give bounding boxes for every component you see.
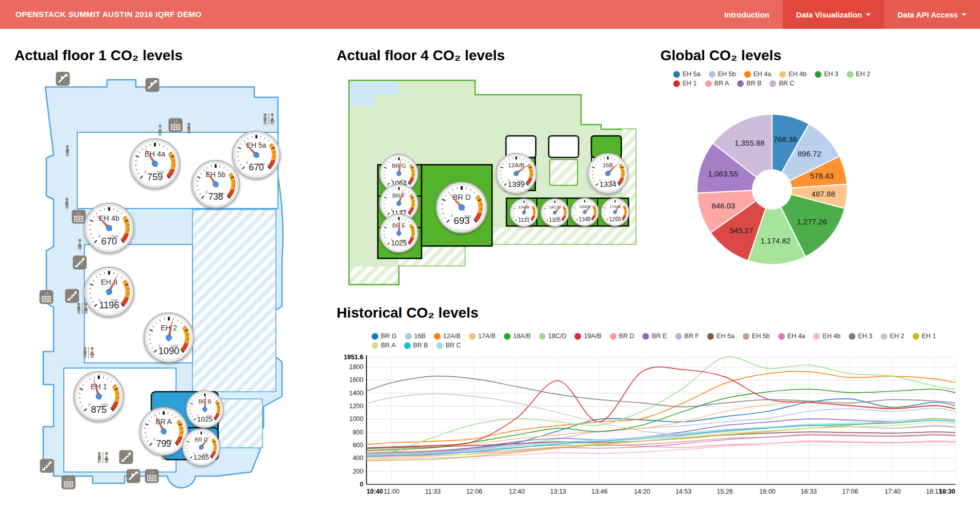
legend-item-br-d[interactable]: BR D xyxy=(610,333,635,340)
y-axis-max-label: 1951.6 xyxy=(344,354,363,361)
legend-item-br-g[interactable]: BR G xyxy=(372,333,397,340)
legend-label: EH 4b xyxy=(822,333,841,340)
legend-item-eh-3[interactable]: EH 3 xyxy=(815,71,838,78)
legend-chip xyxy=(707,333,714,340)
nav-item-data-api-access[interactable]: Data API Access xyxy=(884,0,980,29)
legend-item-eh-4b[interactable]: EH 4b xyxy=(813,333,841,340)
x-axis-label: 10:40 xyxy=(366,488,383,495)
legend-label: BR B xyxy=(413,342,428,349)
nav-item-label: Data Visualization xyxy=(796,10,862,19)
svg-text:0: 0 xyxy=(88,403,90,407)
legend-item-eh-5a[interactable]: EH 5a xyxy=(707,333,734,340)
legend-item-br-c[interactable]: BR C xyxy=(769,80,794,87)
legend-label: BR C xyxy=(446,342,461,349)
legend-item-eh-4a[interactable]: EH 4a xyxy=(744,71,772,78)
x-axis-label: 12:06 xyxy=(466,488,482,495)
svg-text:↓↑: ↓↑ xyxy=(44,291,49,296)
legend-item-19a-b[interactable]: 19A/B xyxy=(574,333,601,340)
pie-slice-value: 846.03 xyxy=(711,201,735,210)
gauge-eh-1: 02000EH 1875 xyxy=(74,372,124,421)
legend-chip xyxy=(673,80,680,87)
svg-text:759: 759 xyxy=(147,171,163,182)
legend-chip xyxy=(404,342,411,349)
legend-item-eh-5b[interactable]: EH 5b xyxy=(709,71,736,78)
legend-chip xyxy=(881,333,887,340)
legend-item-eh-2[interactable]: EH 2 xyxy=(881,333,904,340)
svg-text:1025: 1025 xyxy=(197,415,213,423)
floor1-title: Actual floor 1 CO₂ levels xyxy=(14,47,183,64)
gauge-hub xyxy=(203,407,207,411)
svg-text:693: 693 xyxy=(453,215,469,226)
legend-item-17a-b[interactable]: 17A/B xyxy=(469,333,496,340)
legend-item-br-e[interactable]: BR E xyxy=(642,333,667,340)
gauge-hub xyxy=(397,231,401,236)
legend-label: EH 2 xyxy=(856,71,870,78)
svg-text:BR C: BR C xyxy=(195,436,208,443)
svg-text:BR G: BR G xyxy=(392,163,406,169)
legend-chip xyxy=(744,71,751,78)
page: OPENSTACK SUMMIT AUSTIN 2016 IQRF DEMO I… xyxy=(0,0,980,507)
x-axis-label: 18:30 xyxy=(939,488,955,495)
legend-item-br-b[interactable]: BR B xyxy=(404,342,428,349)
nav-item-data-visualization[interactable]: Data Visualization xyxy=(783,0,884,29)
gauge-br-c: 02000BR C1265 xyxy=(183,429,220,466)
legend-label: BR D xyxy=(619,333,635,340)
floor4-room xyxy=(549,136,579,158)
y-axis-label: 400 xyxy=(353,454,363,462)
y-axis-label: 600 xyxy=(353,442,363,449)
x-axis-label: 13:13 xyxy=(550,488,566,495)
legend-chip xyxy=(769,80,776,87)
legend-item-br-a[interactable]: BR A xyxy=(705,80,729,87)
x-axis-label: 14:20 xyxy=(634,488,650,495)
legend-item-eh-5b[interactable]: EH 5b xyxy=(743,333,770,340)
floor1-hatched-area xyxy=(192,209,276,392)
legend-item-br-a[interactable]: BR A xyxy=(372,342,396,349)
pie-slice-value: 768.38 xyxy=(773,135,797,144)
legend-item-eh-2[interactable]: EH 2 xyxy=(847,71,870,78)
svg-text:0: 0 xyxy=(205,190,207,195)
pie-slice-value: 945.27 xyxy=(729,226,753,235)
legend-chip xyxy=(434,333,441,340)
x-axis-label: 11:00 xyxy=(384,488,399,495)
legend-chip xyxy=(610,333,617,340)
legend-label: EH 4b xyxy=(789,71,807,78)
legend-item-eh-4a[interactable]: EH 4a xyxy=(778,333,806,340)
legend-item-18a-b[interactable]: 18A/B xyxy=(504,333,531,340)
nav-item-introduction[interactable]: Introduction xyxy=(711,0,782,29)
legend-item-eh-1[interactable]: EH 1 xyxy=(673,80,697,87)
pie-legend: EH 5aEH 5bEH 4aEH 4bEH 3EH 2EH 1BR ABR B… xyxy=(673,71,879,89)
svg-text:BR A: BR A xyxy=(155,418,172,426)
historical-legend: BR G16B12A/B17A/B18A/B18C/D19A/BBR DBR E… xyxy=(372,333,974,351)
gauge-br-a: 02000BR A799 xyxy=(140,408,187,455)
floor4-hatched-area xyxy=(350,267,398,284)
pie-slice-value: 1,277.26 xyxy=(797,217,827,226)
svg-text:0: 0 xyxy=(153,437,155,442)
legend-item-16b[interactable]: 16B xyxy=(405,333,426,340)
gauge-17a-b: 0200017A/B1256 xyxy=(601,198,629,226)
historical-title: Historical CO₂ levels xyxy=(337,305,478,321)
floor1-hatched-area xyxy=(218,399,262,448)
legend-item-br-b[interactable]: BR B xyxy=(737,80,761,87)
gauge-18a-b: 0200018A/B1348 xyxy=(571,198,599,226)
stairs-icon xyxy=(40,459,54,473)
y-axis-label: 1800 xyxy=(349,363,363,371)
legend-label: BR F xyxy=(685,333,699,340)
legend-chip xyxy=(539,333,546,340)
navbar: OPENSTACK SUMMIT AUSTIN 2016 IQRF DEMO I… xyxy=(0,0,980,29)
legend-item-eh-4b[interactable]: EH 4b xyxy=(779,71,807,78)
legend-item-br-f[interactable]: BR F xyxy=(675,333,699,340)
legend-item-eh-3[interactable]: EH 3 xyxy=(849,333,872,340)
legend-item-12a-b[interactable]: 12A/B xyxy=(434,333,461,340)
floor4-room xyxy=(550,160,577,185)
gauge-hub xyxy=(553,211,556,214)
legend-item-18c-d[interactable]: 18C/D xyxy=(539,333,566,340)
legend-item-br-c[interactable]: BR C xyxy=(436,342,461,349)
legend-label: EH 3 xyxy=(824,71,838,78)
legend-label: BR G xyxy=(381,333,397,340)
elevator-icon: ↓↑ xyxy=(40,290,54,304)
pie-slice-value: 578.43 xyxy=(810,171,834,180)
legend-item-eh-1[interactable]: EH 1 xyxy=(913,333,936,340)
svg-text:↓↑: ↓↑ xyxy=(173,119,178,124)
legend-label: 18A/B xyxy=(513,333,531,340)
legend-item-eh-5a[interactable]: EH 5a xyxy=(673,71,701,78)
